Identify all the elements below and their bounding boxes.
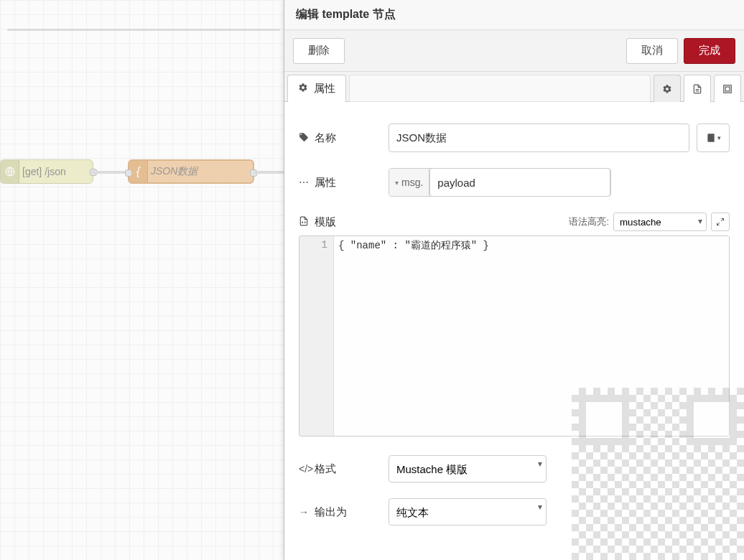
ellipsis-icon: ⋯	[299, 177, 310, 188]
caret-down-icon: ▾	[395, 179, 399, 187]
wire	[92, 171, 129, 174]
node-appearance-button[interactable]	[714, 75, 741, 102]
svg-rect-3	[724, 85, 732, 93]
format-select[interactable]: Mustache 模版	[389, 455, 547, 482]
node-settings-button[interactable]	[654, 75, 681, 102]
svg-line-6	[717, 223, 720, 225]
format-label: 格式	[315, 462, 336, 476]
node-description-button[interactable]	[684, 75, 711, 102]
globe-icon	[1, 160, 19, 183]
property-input[interactable]	[429, 168, 610, 197]
property-label: 属性	[315, 176, 336, 190]
property-type-prefix: msg.	[401, 177, 423, 188]
file-code-icon	[299, 216, 310, 228]
editor-gutter: 1	[299, 236, 334, 436]
tab-properties[interactable]: 属性	[287, 75, 346, 102]
line-number: 1	[299, 239, 327, 251]
tab-blank	[349, 75, 651, 102]
code-icon: </>	[299, 463, 310, 475]
panel-toolbar: 删除 取消 完成	[284, 30, 744, 72]
flow-canvas[interactable]: [get] /json { JSON数据	[0, 0, 284, 560]
tab-row: 属性	[284, 72, 744, 102]
output-select[interactable]: 纯文本	[389, 498, 547, 526]
expand-editor-button[interactable]	[711, 213, 730, 231]
gear-icon	[298, 83, 308, 95]
name-label: 名称	[315, 131, 336, 145]
node-template-label: JSON数据	[151, 165, 197, 178]
property-type-selector[interactable]: ▾ msg.	[389, 169, 429, 196]
cancel-button[interactable]: 取消	[626, 38, 678, 64]
arrow-right-icon: →	[299, 506, 310, 518]
panel-title: 编辑 template 节点	[284, 0, 744, 30]
qr-watermark	[572, 388, 744, 560]
property-field[interactable]: ▾ msg.	[389, 168, 611, 197]
node-port-in[interactable]	[125, 169, 132, 177]
template-label: 模版	[315, 215, 336, 229]
tab-properties-label: 属性	[314, 82, 335, 95]
node-http-in[interactable]: [get] /json	[0, 159, 93, 184]
node-template[interactable]: { JSON数据	[128, 159, 254, 184]
output-label: 输出为	[315, 505, 347, 519]
svg-rect-4	[725, 87, 730, 91]
tag-icon	[299, 132, 310, 144]
wire	[254, 171, 284, 174]
svg-line-5	[721, 219, 724, 222]
canvas-divider	[7, 29, 280, 31]
library-button[interactable]: ▾	[697, 123, 730, 152]
syntax-select[interactable]: mustache	[613, 213, 707, 231]
name-input[interactable]	[389, 123, 689, 152]
syntax-label: 语法高亮:	[569, 215, 609, 228]
node-http-label: [get] /json	[22, 166, 66, 177]
done-button[interactable]: 完成	[684, 38, 735, 64]
delete-button[interactable]: 删除	[293, 38, 345, 64]
